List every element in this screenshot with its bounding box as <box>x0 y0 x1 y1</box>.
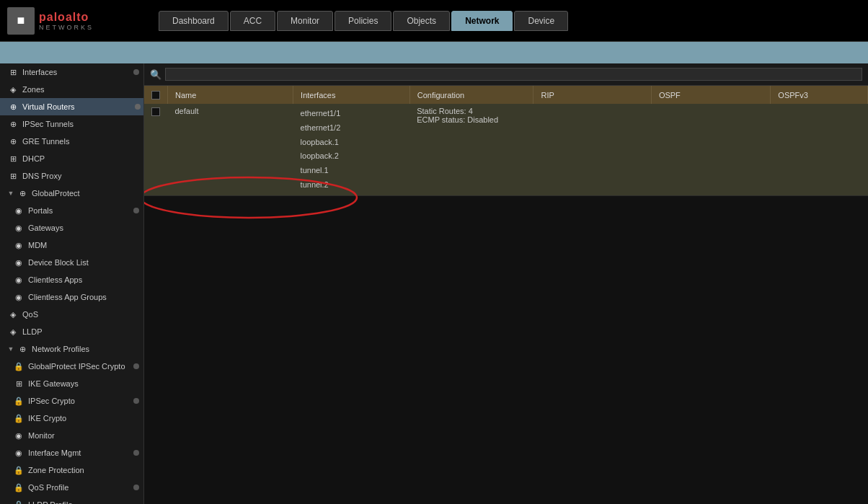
sidebar: ⊞ Interfaces ◈ Zones ⊕ Virtual Routers ⊕… <box>0 63 144 504</box>
portals-icon: ◉ <box>13 205 25 216</box>
brand-text: paloalto NETWORKS <box>39 11 94 31</box>
brand-networks: NETWORKS <box>39 24 94 31</box>
sidebar-item-gateways[interactable]: ◉ Gateways <box>0 219 143 236</box>
dhcp-icon: ⊞ <box>7 153 19 164</box>
sidebar-item-ike-crypto[interactable]: 🔒 IKE Crypto <box>0 410 143 427</box>
sidebar-item-lldp[interactable]: ◈ LLDP <box>0 323 143 340</box>
sidebar-item-clientless-app-groups[interactable]: ◉ Clientless App Groups <box>0 288 143 306</box>
lldp-profile-icon: 🔒 <box>13 499 25 504</box>
content-area: ⊞ Interfaces ◈ Zones ⊕ Virtual Routers ⊕… <box>0 63 868 504</box>
dot-qos-profile <box>133 485 139 490</box>
sidebar-item-gre-tunnels[interactable]: ⊕ GRE Tunnels <box>0 133 143 150</box>
tab-acc[interactable]: ACC <box>230 11 275 31</box>
sidebar-item-gp-ipsec-crypto[interactable]: 🔒 GlobalProtect IPSec Crypto <box>0 358 143 375</box>
dot-portals <box>133 208 139 213</box>
sidebar-item-zones[interactable]: ◈ Zones <box>0 81 143 98</box>
sidebar-item-monitor[interactable]: ◉ Monitor <box>0 427 143 444</box>
sidebar-item-dns-proxy[interactable]: ⊞ DNS Proxy <box>0 167 143 185</box>
nav-tabs: Dashboard ACC Monitor Policies Objects N… <box>159 11 568 31</box>
sidebar-item-ipsec-tunnels[interactable]: ⊕ IPSec Tunnels <box>0 115 143 133</box>
main-panel: 🔍 Name Interfaces Configuration RIP OSPF… <box>144 63 868 504</box>
sidebar-item-ike-gateways[interactable]: ⊞ IKE Gateways <box>0 375 143 392</box>
dot-interface-mgmt <box>133 450 139 456</box>
row-configuration: Static Routes: 4 ECMP status: Disabled <box>409 104 533 195</box>
zones-icon: ◈ <box>7 84 19 95</box>
logo-area: ■ paloalto NETWORKS <box>7 7 151 35</box>
tab-dashboard[interactable]: Dashboard <box>159 11 229 31</box>
dot-ipsec-crypto <box>133 398 139 404</box>
sidebar-item-qos[interactable]: ◈ QoS <box>0 306 143 323</box>
tab-device[interactable]: Device <box>514 11 568 31</box>
dot-interfaces <box>133 69 139 75</box>
config-static-routes: Static Routes: 4 <box>417 107 526 115</box>
dot-gp-ipsec <box>133 363 139 369</box>
row-rip <box>533 104 651 195</box>
gp-icon: ⊕ <box>17 187 28 199</box>
sidebar-item-zone-protection[interactable]: 🔒 Zone Protection <box>0 461 143 479</box>
sidebar-item-virtual-routers[interactable]: ⊕ Virtual Routers <box>0 98 143 115</box>
qos-icon: ◈ <box>7 309 19 320</box>
ike-gateways-icon: ⊞ <box>13 378 25 389</box>
interface-item: ethernet1/1 <box>301 107 403 121</box>
sidebar-item-interface-mgmt[interactable]: ◉ Interface Mgmt <box>0 444 143 461</box>
sidebar-item-network-profiles[interactable]: ▼ ⊕ Network Profiles <box>0 340 143 358</box>
sidebar-item-device-block-list[interactable]: ◉ Device Block List <box>0 254 143 271</box>
interfaces-list: ethernet1/1 ethernet1/2 loopback.1 loopb… <box>301 107 403 193</box>
search-input[interactable] <box>165 68 862 81</box>
interface-item: tunnel.2 <box>301 178 403 193</box>
brand-name: paloalto <box>39 11 94 24</box>
ipsec-crypto-icon: 🔒 <box>13 395 25 407</box>
monitor-icon: ◉ <box>13 430 25 441</box>
mdm-icon: ◉ <box>13 239 25 251</box>
logo-box: ■ <box>7 7 35 35</box>
gp-ipsec-icon: 🔒 <box>13 361 25 372</box>
top-bar: ■ paloalto NETWORKS Dashboard ACC Monito… <box>0 0 868 42</box>
row-name[interactable]: default <box>168 104 293 195</box>
sidebar-item-ipsec-crypto[interactable]: 🔒 IPSec Crypto <box>0 392 143 410</box>
row-interfaces: ethernet1/1 ethernet1/2 loopback.1 loopb… <box>293 104 410 195</box>
sidebar-item-portals[interactable]: ◉ Portals <box>0 202 143 219</box>
tab-network[interactable]: Network <box>451 11 513 31</box>
row-checkbox[interactable] <box>144 104 168 195</box>
col-header-ospf: OSPF <box>651 86 770 104</box>
search-icon: 🔍 <box>150 69 161 80</box>
sidebar-item-interfaces[interactable]: ⊞ Interfaces <box>0 63 143 81</box>
col-header-checkbox <box>144 86 168 104</box>
select-all-checkbox[interactable] <box>151 91 160 100</box>
row-ospfv3 <box>771 104 868 195</box>
interface-item: ethernet1/2 <box>301 121 403 136</box>
pa-logo-icon: ■ <box>17 13 25 28</box>
sidebar-item-dhcp[interactable]: ⊞ DHCP <box>0 150 143 167</box>
blue-band <box>0 42 868 63</box>
col-header-rip: RIP <box>533 86 651 104</box>
virtual-routers-table: Name Interfaces Configuration RIP OSPF O… <box>144 86 868 196</box>
tab-monitor[interactable]: Monitor <box>277 11 333 31</box>
search-bar: 🔍 <box>144 63 868 86</box>
clientless-app-groups-icon: ◉ <box>13 291 25 303</box>
device-block-icon: ◉ <box>13 257 25 268</box>
table-container: Name Interfaces Configuration RIP OSPF O… <box>144 86 868 504</box>
clientless-apps-icon: ◉ <box>13 274 25 286</box>
interface-mgmt-icon: ◉ <box>13 447 25 459</box>
zone-protection-icon: 🔒 <box>13 464 25 476</box>
gateways-icon: ◉ <box>13 222 25 234</box>
dns-proxy-icon: ⊞ <box>7 170 19 182</box>
sidebar-item-clientless-apps[interactable]: ◉ Clientless Apps <box>0 271 143 288</box>
tab-policies[interactable]: Policies <box>335 11 391 31</box>
interface-item: loopback.1 <box>301 136 403 150</box>
row-ospf <box>651 104 770 195</box>
col-header-name: Name <box>168 86 293 104</box>
sidebar-item-lldp-profile[interactable]: 🔒 LLDP Profile <box>0 496 143 504</box>
table-row[interactable]: default ethernet1/1 ethernet1/2 loopback… <box>144 104 868 195</box>
col-header-ospfv3: OSPFv3 <box>771 86 868 104</box>
sidebar-item-globalprotect[interactable]: ▼ ⊕ GlobalProtect <box>0 185 143 202</box>
interface-item: loopback.2 <box>301 149 403 164</box>
virtual-routers-icon: ⊕ <box>7 101 19 112</box>
sidebar-item-qos-profile[interactable]: 🔒 QoS Profile <box>0 479 143 496</box>
network-profiles-icon: ⊕ <box>17 343 28 355</box>
row-select-checkbox[interactable] <box>151 107 160 116</box>
sidebar-item-mdm[interactable]: ◉ MDM <box>0 236 143 254</box>
col-header-configuration: Configuration <box>409 86 533 104</box>
tab-objects[interactable]: Objects <box>393 11 450 31</box>
lldp-icon: ◈ <box>7 326 19 337</box>
